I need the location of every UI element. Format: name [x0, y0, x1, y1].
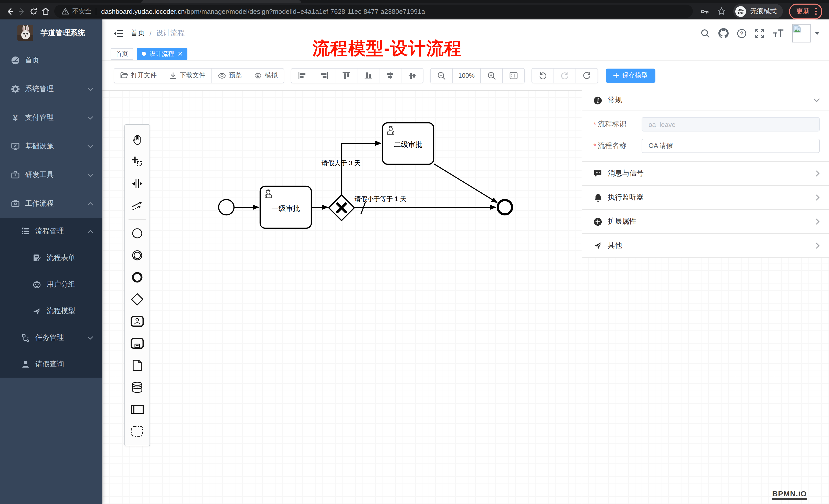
section-general[interactable]: 常规: [582, 90, 829, 111]
palette-group[interactable]: [130, 423, 145, 439]
save-model-button[interactable]: 保存模型: [606, 68, 655, 83]
sidebar-item-devtools[interactable]: 研发工具: [0, 161, 102, 189]
align-right-button[interactable]: [313, 68, 335, 83]
sidebar-item-user-group[interactable]: 用户分组: [0, 271, 102, 298]
avatar[interactable]: [792, 24, 810, 42]
palette-data-store[interactable]: [130, 379, 145, 395]
simulate-button[interactable]: 模拟: [248, 68, 284, 83]
process-name-input[interactable]: [642, 139, 820, 153]
palette-subprocess[interactable]: [130, 336, 145, 351]
align-top-button[interactable]: [335, 68, 357, 83]
palette-participant[interactable]: [130, 401, 145, 417]
condition-label-gt3[interactable]: 请假大于 3 天: [322, 159, 361, 166]
palette-space-tool[interactable]: [130, 176, 145, 191]
sidebar-item-process-model[interactable]: 流程模型: [0, 298, 102, 324]
restart-button[interactable]: [576, 68, 598, 83]
exclusive-gateway-node[interactable]: [329, 195, 354, 221]
align-horizontal-center-button[interactable]: [401, 68, 423, 83]
security-label[interactable]: 不安全: [72, 7, 92, 15]
flow-task2-to-end[interactable]: [434, 164, 497, 203]
palette-global-connect-tool[interactable]: [130, 198, 145, 213]
sidebar-item-infrastructure[interactable]: 基础设施: [0, 132, 102, 161]
process-key-input[interactable]: [642, 117, 820, 131]
address-bar[interactable]: 不安全 dashboard.yudao.iocoder.cn/bpm/manag…: [54, 5, 693, 18]
align-left-button[interactable]: [291, 68, 313, 83]
insecure-warning-icon: [62, 8, 69, 15]
start-event-node[interactable]: [219, 200, 234, 215]
end-event-node[interactable]: [498, 200, 512, 215]
palette-gateway[interactable]: [130, 292, 145, 307]
zoom-level-button[interactable]: 100%: [453, 68, 481, 83]
incognito-badge[interactable]: 无痕模式: [733, 4, 783, 18]
github-icon[interactable]: [718, 28, 729, 38]
download-icon: [170, 72, 177, 79]
bookmark-star-icon[interactable]: [717, 7, 726, 16]
undo-button[interactable]: [532, 68, 554, 83]
zoom-in-button[interactable]: [481, 68, 503, 83]
font-size-icon[interactable]: [773, 29, 784, 38]
palette-hand-tool[interactable]: [130, 132, 145, 147]
sidebar-item-leave-query[interactable]: 请假查询: [0, 351, 102, 378]
tab-home[interactable]: 首页: [111, 48, 133, 60]
back-button[interactable]: [4, 5, 16, 17]
browser-menu-icon[interactable]: [815, 8, 817, 15]
palette-lasso-tool[interactable]: [130, 154, 145, 169]
palette-start-event[interactable]: [130, 225, 145, 241]
condition-label-le1[interactable]: 请假小于等于 1 天: [355, 195, 406, 202]
eye-icon: [218, 72, 226, 79]
download-file-button[interactable]: 下载文件: [163, 68, 212, 83]
reload-button[interactable]: [28, 5, 39, 17]
palette-user-task[interactable]: [130, 313, 145, 329]
update-button[interactable]: 更新: [789, 3, 822, 19]
preview-button[interactable]: 预览: [212, 68, 248, 83]
help-icon[interactable]: ?: [737, 28, 747, 38]
user-task-second-node[interactable]: 二级审批: [383, 123, 434, 164]
history-button-group: [532, 68, 598, 83]
palette-end-event[interactable]: [130, 269, 145, 285]
home-button[interactable]: [39, 5, 51, 17]
plus-circle-icon: [593, 217, 602, 226]
browser-active-tab[interactable]: [141, 0, 301, 3]
zoom-out-button[interactable]: [431, 68, 453, 83]
sidebar-item-workflow[interactable]: 工作流程: [0, 189, 102, 218]
omnibox-divider: [96, 8, 96, 15]
bpmn-io-watermark[interactable]: BPMN.iO: [772, 489, 807, 500]
sidebar-item-process-form[interactable]: 流程表单: [0, 244, 102, 271]
app-logo-row[interactable]: 芋道管理系统: [0, 20, 102, 46]
url-text[interactable]: dashboard.yudao.iocoder.cn/bpm/manager/m…: [101, 7, 425, 15]
align-right-icon: [320, 72, 328, 79]
fullscreen-icon[interactable]: [755, 28, 764, 38]
bpmn-palette: [124, 124, 150, 446]
open-file-button[interactable]: 打开文件: [114, 68, 163, 83]
password-key-icon[interactable]: [700, 6, 710, 16]
zoom-reset-button[interactable]: [503, 68, 524, 83]
designer-toolbar: 打开文件 下载文件 预览 模拟 100%: [102, 61, 829, 90]
sidebar-item-payment[interactable]: ¥ 支付管理: [0, 103, 102, 132]
sidebar-item-system[interactable]: 系统管理: [0, 75, 102, 103]
flow-gateway-to-task2[interactable]: [341, 143, 381, 195]
forward-button[interactable]: [16, 5, 28, 17]
tab-design-process[interactable]: 设计流程: [137, 48, 187, 60]
sidebar-item-task-management[interactable]: 任务管理: [0, 324, 102, 351]
sidebar-item-process-management[interactable]: 流程管理: [0, 218, 102, 244]
user-task-first-node[interactable]: 一级审批: [260, 186, 311, 228]
section-message-signal[interactable]: 消息与信号: [582, 162, 829, 186]
section-extended-attributes[interactable]: 扩展属性: [582, 210, 829, 234]
form-edit-icon: [32, 253, 41, 263]
tab-close-icon[interactable]: [178, 52, 182, 56]
menu-fold-icon[interactable]: [114, 29, 123, 38]
sidebar-item-home[interactable]: 首页: [0, 46, 102, 75]
fit-viewport-icon: [509, 72, 518, 79]
align-bottom-button[interactable]: [357, 68, 380, 83]
section-execution-listener[interactable]: 执行监听器: [582, 186, 829, 210]
palette-intermediate-event[interactable]: [130, 247, 145, 263]
palette-data-object[interactable]: [130, 357, 145, 373]
align-vertical-center-button[interactable]: [380, 68, 401, 83]
section-other[interactable]: 其他: [582, 234, 829, 258]
redo-button[interactable]: [554, 68, 576, 83]
redo-icon: [561, 72, 569, 79]
breadcrumb-home[interactable]: 首页: [131, 29, 145, 38]
search-icon[interactable]: [700, 28, 710, 38]
avatar-caret-icon[interactable]: [815, 32, 820, 35]
browser-chrome: 不安全 dashboard.yudao.iocoder.cn/bpm/manag…: [0, 0, 829, 20]
